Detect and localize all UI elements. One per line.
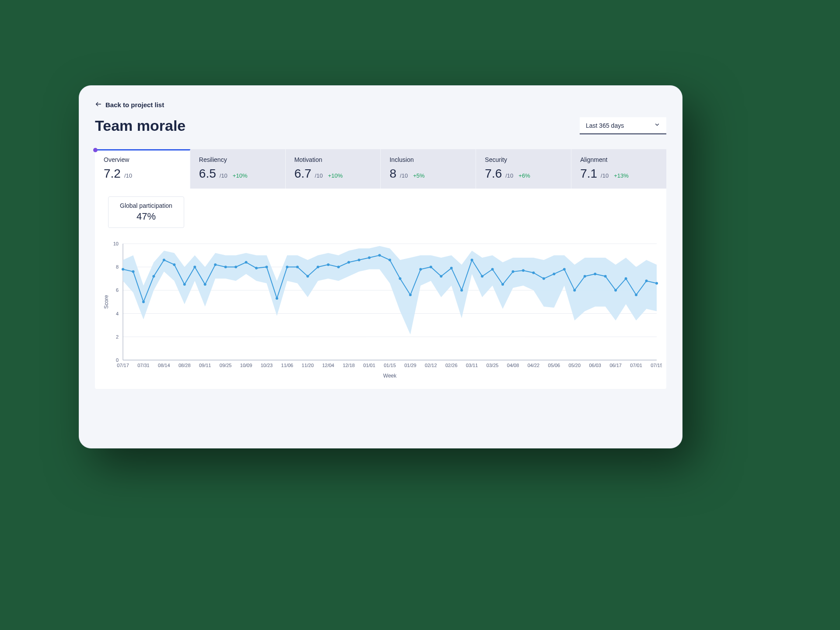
svg-text:04/22: 04/22 <box>528 363 540 368</box>
tab-inclusion[interactable]: Inclusion 8 /10 +5% <box>381 149 476 189</box>
participation-value: 47% <box>120 211 172 222</box>
arrow-left-icon <box>95 101 102 109</box>
svg-text:05/06: 05/06 <box>548 363 560 368</box>
svg-text:07/15: 07/15 <box>651 363 662 368</box>
svg-point-22 <box>193 266 196 268</box>
svg-point-60 <box>584 275 586 277</box>
svg-point-24 <box>214 263 217 266</box>
tab-max: /10 <box>220 172 228 179</box>
svg-point-37 <box>347 261 350 264</box>
svg-text:Week: Week <box>383 373 397 379</box>
tab-label: Alignment <box>580 156 658 163</box>
svg-point-62 <box>604 275 607 277</box>
svg-text:02/12: 02/12 <box>425 363 437 368</box>
tab-alignment[interactable]: Alignment 7.1 /10 +13% <box>571 149 666 189</box>
svg-text:12/18: 12/18 <box>343 363 355 368</box>
svg-point-63 <box>614 289 617 291</box>
tab-delta: +13% <box>614 172 629 179</box>
svg-text:6: 6 <box>116 287 119 293</box>
svg-point-50 <box>481 275 483 277</box>
dashboard-card: Back to project list Team morale Last 36… <box>79 85 682 448</box>
svg-point-20 <box>173 263 175 266</box>
svg-point-51 <box>491 268 494 271</box>
svg-point-26 <box>234 266 237 268</box>
tab-motivation[interactable]: Motivation 6.7 /10 +10% <box>286 149 381 189</box>
svg-text:12/04: 12/04 <box>322 363 334 368</box>
svg-text:02/26: 02/26 <box>445 363 458 368</box>
tab-security[interactable]: Security 7.6 /10 +6% <box>476 149 571 189</box>
svg-text:08/14: 08/14 <box>158 363 170 368</box>
line-chart-svg: 024681007/1707/3108/1408/2809/1109/2510/… <box>102 240 662 380</box>
tab-max: /10 <box>315 172 323 179</box>
tab-max: /10 <box>400 172 408 179</box>
svg-point-21 <box>183 283 186 286</box>
page-title: Team morale <box>95 117 186 134</box>
svg-text:03/25: 03/25 <box>486 363 499 368</box>
svg-text:01/29: 01/29 <box>404 363 416 368</box>
chart-panel: Global participation 47% 024681007/1707/… <box>95 189 666 389</box>
svg-text:11/06: 11/06 <box>281 363 294 368</box>
svg-text:07/01: 07/01 <box>630 363 642 368</box>
svg-point-66 <box>645 280 648 282</box>
tab-delta: +6% <box>518 172 530 179</box>
svg-point-42 <box>399 277 401 280</box>
tab-delta: +5% <box>413 172 424 179</box>
back-link-text: Back to project list <box>105 101 164 108</box>
svg-point-39 <box>368 256 371 259</box>
date-range-value: Last 365 days <box>586 122 624 129</box>
svg-point-61 <box>594 273 596 275</box>
svg-text:06/03: 06/03 <box>589 363 601 368</box>
svg-text:06/17: 06/17 <box>609 363 622 368</box>
svg-text:10/23: 10/23 <box>261 363 273 368</box>
back-link[interactable]: Back to project list <box>95 101 164 109</box>
svg-text:11/20: 11/20 <box>302 363 314 368</box>
svg-point-17 <box>142 301 145 303</box>
svg-point-64 <box>625 277 627 280</box>
svg-point-44 <box>419 268 422 271</box>
tab-max: /10 <box>601 172 609 179</box>
metric-tabs: Overview 7.2 /10 Resiliency 6.5 /10 +10%… <box>95 149 666 189</box>
svg-text:10: 10 <box>113 241 119 246</box>
svg-point-15 <box>122 268 124 271</box>
svg-point-30 <box>276 297 278 300</box>
tab-max: /10 <box>505 172 513 179</box>
svg-point-32 <box>296 266 299 268</box>
tab-max: /10 <box>124 172 132 179</box>
svg-point-49 <box>471 259 473 261</box>
svg-text:09/11: 09/11 <box>199 363 211 368</box>
svg-text:08/28: 08/28 <box>178 363 191 368</box>
svg-point-67 <box>655 282 658 284</box>
svg-point-38 <box>358 259 360 261</box>
tab-score: 7.6 <box>485 167 502 181</box>
participation-label: Global participation <box>120 202 172 209</box>
svg-text:01/15: 01/15 <box>384 363 396 368</box>
svg-point-48 <box>460 289 463 291</box>
tab-overview[interactable]: Overview 7.2 /10 <box>95 149 190 189</box>
morale-chart: 024681007/1707/3108/1408/2809/1109/2510/… <box>102 240 659 380</box>
svg-point-47 <box>450 267 453 270</box>
tab-score: 6.5 <box>199 167 216 181</box>
svg-text:05/20: 05/20 <box>569 363 581 368</box>
tab-label: Motivation <box>294 156 372 163</box>
svg-point-19 <box>163 259 165 261</box>
svg-text:2: 2 <box>116 334 119 340</box>
tab-score: 7.2 <box>104 167 121 181</box>
svg-point-46 <box>440 275 442 277</box>
svg-point-27 <box>245 261 248 264</box>
tab-label: Overview <box>104 156 181 163</box>
svg-point-55 <box>532 272 535 274</box>
svg-point-29 <box>265 266 268 268</box>
date-range-select[interactable]: Last 365 days <box>580 117 666 134</box>
svg-point-53 <box>512 270 514 273</box>
tab-score: 8 <box>389 167 396 181</box>
tab-label: Security <box>485 156 562 163</box>
tab-score: 6.7 <box>294 167 312 181</box>
svg-point-23 <box>204 283 206 286</box>
tab-delta: +10% <box>328 172 343 179</box>
svg-text:03/11: 03/11 <box>466 363 478 368</box>
svg-point-18 <box>152 275 155 277</box>
tab-resiliency[interactable]: Resiliency 6.5 /10 +10% <box>190 149 286 189</box>
tab-label: Inclusion <box>389 156 467 163</box>
svg-text:01/01: 01/01 <box>363 363 375 368</box>
svg-point-58 <box>563 268 566 271</box>
